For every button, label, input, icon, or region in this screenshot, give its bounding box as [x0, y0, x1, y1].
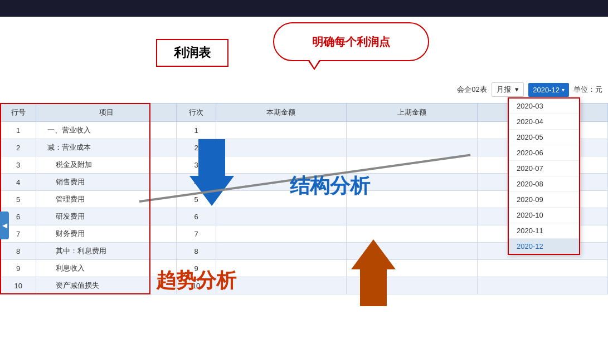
- dropdown-item[interactable]: 2020-12: [509, 239, 579, 254]
- cell-id: 4: [1, 174, 36, 191]
- cell-id: 9: [1, 260, 36, 277]
- col-header-item: 项目: [36, 104, 177, 122]
- dropdown-item[interactable]: 2020-04: [509, 114, 579, 130]
- dropdown-item[interactable]: 2020-09: [509, 192, 579, 208]
- title-box: 利润表: [156, 39, 228, 67]
- cell-item: 减：营业成本: [36, 139, 177, 156]
- cell-id: 3: [1, 156, 36, 174]
- cell-id: 5: [1, 191, 36, 208]
- cell-item: 销售费用: [36, 174, 177, 191]
- cell-item: 其中：利息费用: [36, 243, 177, 260]
- company-label: 会企02表: [457, 85, 487, 95]
- struct-analysis-label: 结构分析: [290, 173, 370, 200]
- expand-icon: ◀: [2, 222, 7, 229]
- col-header-seq: 行次: [177, 104, 216, 122]
- callout-text: 明确每个利润点: [312, 35, 390, 50]
- cell-id: 2: [1, 139, 36, 156]
- col-header-id: 行号: [1, 104, 36, 122]
- title-label: 利润表: [174, 46, 211, 60]
- unit-label: 单位：元: [573, 85, 602, 95]
- cell-current: [216, 156, 346, 174]
- dropdown-item[interactable]: 2020-11: [509, 223, 579, 239]
- cell-current: [216, 225, 346, 243]
- period-type-select[interactable]: 月报 ▾: [492, 82, 524, 97]
- dropdown-item[interactable]: 2020-07: [509, 161, 579, 176]
- period-dropdown-menu: 2020-032020-042020-052020-062020-072020-…: [508, 97, 580, 255]
- cell-id: 10: [1, 277, 36, 294]
- col-header-current: 本期金额: [216, 104, 346, 122]
- side-expand-button[interactable]: ◀: [0, 211, 9, 239]
- cell-current: [216, 122, 346, 139]
- cell-item: 税金及附加: [36, 156, 177, 174]
- cell-item: 财务费用: [36, 225, 177, 243]
- cell-item: 研发费用: [36, 208, 177, 225]
- cell-prev: [347, 225, 477, 243]
- cell-current: [216, 243, 346, 260]
- cell-id: 1: [1, 122, 36, 139]
- dropdown-item[interactable]: 2020-08: [509, 176, 579, 192]
- cell-prev: [347, 122, 477, 139]
- cell-year: [477, 277, 607, 294]
- cell-prev: [347, 208, 477, 225]
- cell-item: 一、营业收入: [36, 122, 177, 139]
- cell-current: [216, 139, 346, 156]
- table-row: 10资产减值损失10: [1, 277, 608, 294]
- cell-seq: 1: [177, 122, 216, 139]
- col-header-prev: 上期金额: [347, 104, 477, 122]
- cell-seq: 6: [177, 208, 216, 225]
- period-value-button[interactable]: 2020-12 ▾: [528, 83, 569, 97]
- cell-current: [216, 208, 346, 225]
- cell-seq: 7: [177, 225, 216, 243]
- dropdown-item[interactable]: 2020-05: [509, 130, 579, 145]
- table-row: 9利息收入9: [1, 260, 608, 277]
- top-bar: [0, 0, 608, 17]
- dropdown-item[interactable]: 2020-06: [509, 145, 579, 161]
- cell-prev: [347, 139, 477, 156]
- dropdown-item[interactable]: 2020-03: [509, 99, 579, 114]
- cell-id: 8: [1, 243, 36, 260]
- main-container: 明确每个利润点 利润表 会企02表 月报 ▾ 2020-12 ▾ 单位：元 行号…: [0, 17, 608, 364]
- trend-analysis-label: 趋势分析: [156, 267, 236, 294]
- callout-bubble: 明确每个利润点: [273, 22, 429, 61]
- cell-seq: 8: [177, 243, 216, 260]
- cell-year: [477, 260, 607, 277]
- chevron-down-icon: ▾: [562, 87, 565, 93]
- header-area: 会企02表 月报 ▾ 2020-12 ▾ 单位：元: [457, 82, 602, 97]
- dropdown-item[interactable]: 2020-10: [509, 208, 579, 223]
